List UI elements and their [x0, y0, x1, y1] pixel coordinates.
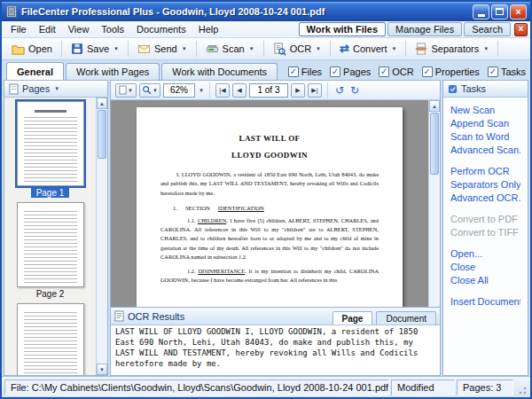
minimize-button[interactable]: [473, 4, 489, 20]
task-separators-only[interactable]: Separators Only: [450, 178, 520, 192]
chevron-down-icon[interactable]: ▼: [483, 46, 489, 51]
tab-general[interactable]: General: [6, 62, 64, 80]
viewer-toolbar: ▼ ▼ ▼ |◀ ◀ ▶ ▶| ↺ ↻: [111, 81, 440, 100]
scan-button[interactable]: Scan ▼: [200, 40, 261, 58]
mode-tab-strip: Work with Files Manage Files Search ×: [299, 22, 528, 36]
menu-view[interactable]: View: [62, 22, 96, 36]
pages-panel-header[interactable]: Pages ▼: [4, 81, 107, 98]
save-floppy-icon: [71, 43, 83, 55]
chevron-down-icon[interactable]: ▼: [113, 46, 119, 51]
tab-work-with-files[interactable]: Work with Files: [299, 22, 386, 36]
separators-button[interactable]: Separators ▼: [409, 40, 495, 58]
zoom-level-input[interactable]: [163, 83, 195, 98]
menu-file[interactable]: File: [4, 22, 33, 36]
ocr-text[interactable]: LAST WILL OF LLOYD GOODWIN I, LLOYD GOOD…: [111, 325, 440, 375]
close-icon[interactable]: ×: [514, 23, 528, 36]
doc-clause-number: 1.2.: [187, 268, 196, 274]
pages-panel-title: Pages: [22, 83, 50, 94]
convert-button-label: Convert: [353, 43, 387, 54]
convert-button[interactable]: ⇄ Convert ▼: [333, 41, 403, 57]
zoom-tool-button[interactable]: ▼: [139, 83, 160, 98]
thumbnail-preview: [35, 110, 66, 113]
tab-work-with-documents[interactable]: Work with Documents: [161, 63, 278, 80]
resize-grip[interactable]: [515, 383, 528, 395]
ocr-panel-title: OCR Results: [128, 311, 184, 322]
task-new-scan[interactable]: New Scan: [450, 104, 520, 117]
last-page-button[interactable]: ▶|: [308, 83, 322, 98]
task-open[interactable]: Open...: [450, 247, 520, 261]
doc-clause-title: CHILDREN: [198, 217, 226, 223]
task-convert-to-tiff: Convert to TIFF: [450, 226, 520, 239]
title-bar[interactable]: FileCenter Professional Plus - Goodwin, …: [2, 2, 530, 21]
page-thumbnail-2-label[interactable]: Page 2: [31, 289, 70, 299]
scanner-icon: [206, 43, 219, 55]
ocr-tab-document[interactable]: Document: [376, 311, 436, 325]
menu-help[interactable]: Help: [192, 22, 225, 36]
ocr-tab-page[interactable]: Page: [332, 311, 373, 325]
open-button[interactable]: Open: [5, 40, 59, 59]
chevron-down-icon[interactable]: ▼: [391, 46, 396, 51]
scrollbar-thumb[interactable]: [98, 110, 106, 159]
chevron-down-icon[interactable]: ▼: [54, 86, 59, 91]
toggle-tasks[interactable]: ✓Tasks: [488, 66, 526, 77]
chevron-down-icon[interactable]: ▼: [182, 46, 187, 51]
page-thumbnail-2[interactable]: [17, 202, 84, 287]
thumbnails-scrollbar[interactable]: ▲ ▼: [96, 98, 107, 375]
checkbox-icon: ✓: [379, 66, 389, 77]
scrollbar-thumb[interactable]: [430, 113, 439, 175]
thumbnail-preview: [24, 117, 77, 183]
chevron-down-icon[interactable]: ▼: [249, 46, 254, 51]
scroll-up-icon[interactable]: ▲: [97, 98, 107, 109]
convert-arrows-icon: ⇄: [340, 43, 349, 54]
tab-work-with-pages[interactable]: Work with Pages: [66, 63, 160, 80]
task-advanced-ocr[interactable]: Advanced OCR...: [450, 192, 520, 205]
page-thumbnail-1[interactable]: [17, 101, 84, 186]
maximize-button[interactable]: [491, 4, 508, 20]
toolbar-separator: [497, 41, 498, 57]
toggle-files[interactable]: ✓Files: [288, 66, 322, 77]
save-button-label: Save: [87, 43, 109, 54]
task-close-all[interactable]: Close All: [450, 274, 520, 287]
close-button[interactable]: ×: [510, 4, 527, 20]
view-tab-row: General Work with Pages Work with Docume…: [2, 60, 530, 80]
next-page-button[interactable]: ▶: [291, 83, 305, 98]
first-page-button[interactable]: |◀: [215, 83, 230, 98]
toggle-pages[interactable]: ✓Pages: [330, 66, 371, 77]
task-close[interactable]: Close: [450, 261, 520, 274]
tasks-list: New Scan Append Scan Scan to Word Advanc…: [443, 98, 528, 375]
menu-documents[interactable]: Documents: [130, 22, 192, 36]
task-group-scan: New Scan Append Scan Scan to Word Advanc…: [450, 104, 520, 157]
chevron-down-icon[interactable]: ▼: [199, 88, 204, 93]
task-append-scan[interactable]: Append Scan: [450, 117, 520, 130]
task-advanced-scan[interactable]: Advanced Scan...: [450, 144, 520, 157]
scroll-up-icon[interactable]: ▲: [429, 100, 440, 112]
menu-edit[interactable]: Edit: [33, 22, 62, 36]
tab-search[interactable]: Search: [464, 22, 511, 36]
app-icon: [5, 5, 18, 18]
rotate-right-icon[interactable]: ↻: [348, 84, 361, 97]
page-thumbnail-3[interactable]: [17, 303, 84, 375]
task-scan-to-word[interactable]: Scan to Word: [450, 130, 520, 144]
page-layout-button[interactable]: ▼: [115, 83, 137, 98]
page-number-input[interactable]: [249, 83, 288, 98]
menu-tools[interactable]: Tools: [95, 22, 130, 36]
toggle-ocr[interactable]: ✓OCR: [379, 66, 413, 77]
ocr-button[interactable]: OCR ▼: [267, 40, 327, 59]
scroll-down-icon[interactable]: ▼: [97, 364, 107, 375]
tab-manage-files[interactable]: Manage Files: [387, 22, 462, 36]
task-perform-ocr[interactable]: Perform OCR: [450, 165, 520, 178]
checkbox-icon: ✓: [488, 66, 498, 77]
task-insert-document[interactable]: Insert Document...: [450, 295, 520, 309]
chevron-down-icon[interactable]: ▼: [316, 46, 321, 51]
toggle-properties[interactable]: ✓Properties: [422, 66, 480, 77]
toggle-properties-label: Properties: [435, 66, 480, 77]
rotate-left-icon[interactable]: ↺: [333, 84, 346, 97]
toggle-ocr-label: OCR: [392, 66, 413, 77]
task-group-ocr: Perform OCR Separators Only Advanced OCR…: [450, 165, 520, 205]
previous-page-button[interactable]: ◀: [232, 83, 246, 98]
page-thumbnail-1-label[interactable]: Page 1: [31, 188, 70, 198]
save-button[interactable]: Save ▼: [65, 40, 125, 58]
separators-button-label: Separators: [431, 43, 479, 54]
panel-toggle-group: ✓Files ✓Pages ✓OCR ✓Properties ✓Tasks: [288, 66, 526, 80]
send-button[interactable]: Send ▼: [131, 40, 193, 58]
